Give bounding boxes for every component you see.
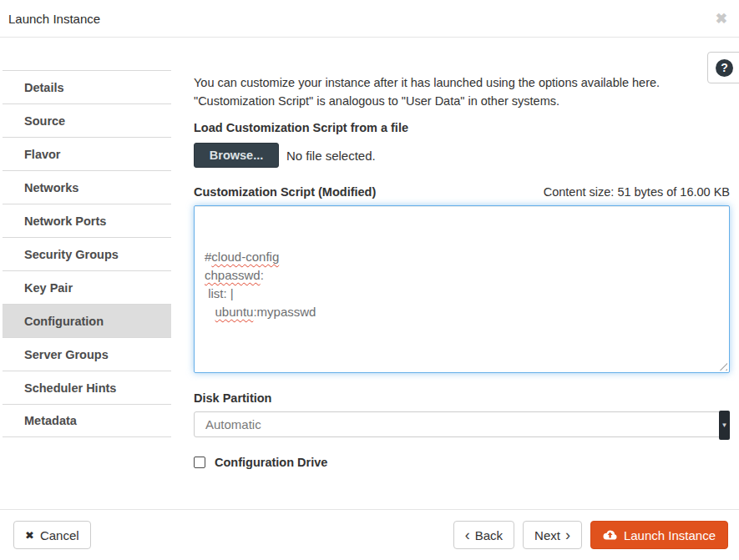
footer-right-group: ‹ Back Next › Launch Instance: [453, 521, 728, 549]
sidebar-item-label: Security Groups: [24, 248, 119, 261]
browse-button[interactable]: Browse...: [194, 143, 279, 168]
cancel-button[interactable]: ✖ Cancel: [13, 521, 91, 549]
sidebar-item-label: Scheduler Hints: [24, 381, 116, 395]
sidebar-item-configuration[interactable]: Configuration: [3, 304, 171, 337]
back-button-label: Back: [475, 528, 503, 542]
back-button[interactable]: ‹ Back: [453, 521, 514, 549]
launch-instance-button-label: Launch Instance: [624, 528, 716, 542]
chevron-right-icon: ›: [565, 527, 570, 542]
content-size-text: Content size: 51 bytes of 16.00 KB: [544, 185, 730, 199]
sidebar-item-details[interactable]: Details: [3, 70, 171, 103]
customization-script-label: Customization Script (Modified): [194, 185, 376, 199]
resize-handle-icon[interactable]: [718, 361, 727, 371]
sidebar-item-source[interactable]: Source: [3, 103, 171, 137]
sidebar-item-flavor[interactable]: Flavor: [3, 137, 171, 170]
configuration-panel: ? You can customize your instance after …: [194, 38, 730, 509]
sidebar-item-label: Network Ports: [24, 214, 106, 228]
sidebar-item-label: Metadata: [24, 414, 77, 427]
file-status-text: No file selected.: [286, 149, 376, 163]
configuration-drive-label: Configuration Drive: [215, 456, 327, 469]
sidebar-item-key-pair[interactable]: Key Pair: [3, 270, 171, 304]
modal-title: Launch Instance: [8, 12, 100, 26]
wizard-sidebar: Details Source Flavor Networks Network P…: [0, 38, 194, 509]
panel-description: You can customize your instance after it…: [194, 73, 730, 110]
disk-partition-select[interactable]: Automatic ▼: [194, 411, 730, 437]
script-line: ubuntu:mypasswd: [205, 303, 719, 321]
help-icon: ?: [716, 59, 733, 77]
sidebar-item-scheduler-hints[interactable]: Scheduler Hints: [3, 371, 171, 404]
help-button[interactable]: ?: [707, 52, 739, 83]
chevron-down-icon: ▼: [721, 422, 728, 429]
disk-partition-selected-value: Automatic: [205, 417, 261, 431]
sidebar-item-label: Flavor: [24, 148, 61, 161]
sidebar-item-network-ports[interactable]: Network Ports: [3, 204, 171, 237]
sidebar-item-label: Server Groups: [24, 348, 109, 361]
cancel-button-label: Cancel: [40, 528, 79, 542]
script-line: #cloud-config: [205, 248, 719, 266]
configuration-drive-row: Configuration Drive: [194, 456, 730, 469]
sidebar-item-metadata[interactable]: Metadata: [3, 404, 171, 437]
next-button[interactable]: Next ›: [523, 521, 582, 549]
launch-instance-button[interactable]: Launch Instance: [590, 521, 728, 549]
next-button-label: Next: [534, 528, 560, 542]
sidebar-item-label: Key Pair: [24, 281, 73, 295]
sidebar-item-label: Configuration: [24, 315, 104, 328]
sidebar-item-server-groups[interactable]: Server Groups: [3, 337, 171, 371]
script-line: list: |: [205, 285, 719, 303]
load-script-label: Load Customization Script from a file: [194, 121, 730, 134]
disk-partition-label: Disk Partition: [194, 391, 730, 405]
script-label-row: Customization Script (Modified) Content …: [194, 185, 730, 199]
select-arrow-strip[interactable]: ▼: [719, 411, 730, 440]
modal-footer: ✖ Cancel ‹ Back Next › Launch Instance: [0, 509, 739, 560]
modal-header: Launch Instance ✖: [0, 0, 739, 38]
launch-instance-modal: Launch Instance ✖ Details Source Flavor …: [0, 0, 739, 560]
sidebar-item-label: Networks: [24, 181, 78, 194]
script-line: chpasswd:: [205, 266, 719, 285]
sidebar-item-networks[interactable]: Networks: [3, 170, 171, 204]
close-icon[interactable]: ✖: [716, 12, 727, 26]
configuration-drive-checkbox[interactable]: [194, 457, 205, 468]
customization-script-textarea[interactable]: #cloud-configchpasswd: list: | ubuntu:my…: [194, 205, 730, 373]
sidebar-item-security-groups[interactable]: Security Groups: [3, 237, 171, 270]
sidebar-item-label: Details: [24, 81, 64, 94]
x-icon: ✖: [25, 529, 34, 542]
modal-body: Details Source Flavor Networks Network P…: [0, 38, 739, 509]
chevron-left-icon: ‹: [465, 527, 470, 542]
sidebar-item-label: Source: [24, 114, 65, 128]
cloud-upload-icon: [603, 529, 617, 541]
file-picker-row: Browse... No file selected.: [194, 143, 730, 168]
